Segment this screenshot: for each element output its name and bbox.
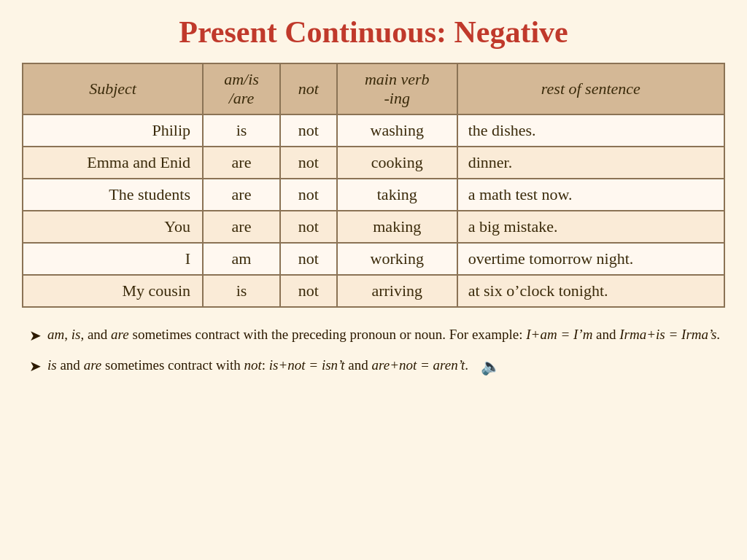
cell-main-verb: arriving <box>337 275 457 307</box>
cell-am-is-are: is <box>203 275 280 307</box>
cell-subject: Emma and Enid <box>23 147 203 179</box>
cell-main-verb: taking <box>337 179 457 211</box>
header-not: not <box>280 63 337 114</box>
cell-main-verb: making <box>337 211 457 243</box>
page-title: Present Continuous: Negative <box>22 15 725 50</box>
header-subject: Subject <box>23 63 203 114</box>
cell-rest: dinner. <box>457 147 724 179</box>
note-1: ➤ am, is, and are sometimes contract wit… <box>29 324 725 347</box>
cell-not: not <box>280 211 337 243</box>
cell-rest: a big mistake. <box>457 211 724 243</box>
cell-not: not <box>280 243 337 275</box>
cell-am-is-are: are <box>203 211 280 243</box>
note-2: ➤ is and are sometimes contract with not… <box>29 354 725 379</box>
cell-subject: My cousin <box>23 275 203 307</box>
cell-not: not <box>280 275 337 307</box>
grammar-notes: ➤ am, is, and are sometimes contract wit… <box>22 324 725 379</box>
grammar-table: Subject am/is/are not main verb-ing rest… <box>22 63 725 308</box>
cell-rest: at six o’clock tonight. <box>457 275 724 307</box>
table-row: The studentsarenottakinga math test now. <box>23 179 724 211</box>
cell-main-verb: washing <box>337 114 457 147</box>
note-1-text: am, is, and are sometimes contract with … <box>47 324 725 345</box>
speaker-icon: 🔈 <box>481 357 500 376</box>
header-am-is-are: am/is/are <box>203 63 280 114</box>
cell-rest: a math test now. <box>457 179 724 211</box>
arrow-icon-1: ➤ <box>29 324 42 347</box>
cell-not: not <box>280 114 337 147</box>
header-main-verb: main verb-ing <box>337 63 457 114</box>
cell-not: not <box>280 179 337 211</box>
table-row: Philipisnotwashingthe dishes. <box>23 114 724 147</box>
arrow-icon-2: ➤ <box>29 355 42 378</box>
cell-subject: Philip <box>23 114 203 147</box>
note-2-text: is and are sometimes contract with not: … <box>47 354 725 379</box>
cell-rest: overtime tomorrow night. <box>457 243 724 275</box>
cell-am-is-are: am <box>203 243 280 275</box>
cell-main-verb: working <box>337 243 457 275</box>
cell-not: not <box>280 147 337 179</box>
cell-subject: I <box>23 243 203 275</box>
cell-am-is-are: are <box>203 147 280 179</box>
table-row: Emma and Enidarenotcookingdinner. <box>23 147 724 179</box>
table-row: Iamnotworkingovertime tomorrow night. <box>23 243 724 275</box>
cell-rest: the dishes. <box>457 114 724 147</box>
cell-am-is-are: is <box>203 114 280 147</box>
cell-am-is-are: are <box>203 179 280 211</box>
cell-main-verb: cooking <box>337 147 457 179</box>
table-row: My cousinisnotarrivingat six o’clock ton… <box>23 275 724 307</box>
cell-subject: The students <box>23 179 203 211</box>
cell-subject: You <box>23 211 203 243</box>
table-row: Youarenotmakinga big mistake. <box>23 211 724 243</box>
header-rest-of-sentence: rest of sentence <box>457 63 724 114</box>
